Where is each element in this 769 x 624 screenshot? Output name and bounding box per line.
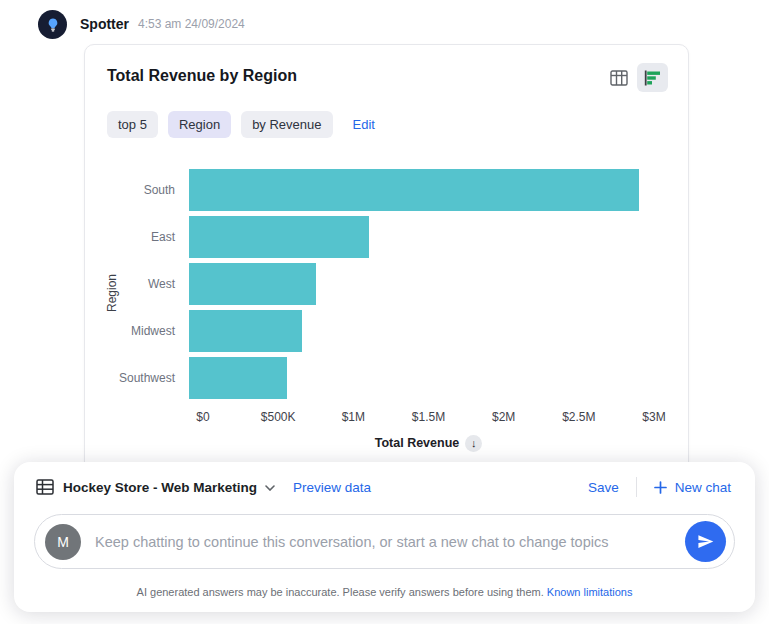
x-tick: $2M xyxy=(492,410,515,424)
bar-track xyxy=(189,169,654,211)
chart-row: Southwest xyxy=(107,354,654,401)
bar-track xyxy=(189,357,654,399)
x-axis-label: Total Revenue ↓ xyxy=(203,435,654,452)
app-name: Spotter xyxy=(80,16,129,32)
view-toggle xyxy=(603,63,668,92)
chart-row: East xyxy=(107,214,654,261)
x-tick: $0 xyxy=(196,410,209,424)
datasource-name[interactable]: Hockey Store - Web Marketing xyxy=(63,480,257,495)
sort-descending-icon[interactable]: ↓ xyxy=(465,435,482,452)
chip-by-revenue[interactable]: by Revenue xyxy=(241,111,332,138)
x-tick: $3M xyxy=(642,410,665,424)
toolbar-divider xyxy=(636,477,637,497)
user-avatar: M xyxy=(45,524,81,560)
spotter-page: Spotter 4:53 am 24/09/2024 Total Revenue… xyxy=(0,0,769,624)
bar-chart-icon xyxy=(644,70,662,86)
send-button[interactable] xyxy=(685,521,726,562)
category-label: Midwest xyxy=(107,324,189,338)
bar-west[interactable] xyxy=(189,263,316,305)
category-label: East xyxy=(107,230,189,244)
chat-input[interactable] xyxy=(95,534,685,550)
bar-midwest[interactable] xyxy=(189,310,302,352)
table-view-icon xyxy=(610,70,628,86)
answer-card: Total Revenue by Region xyxy=(84,44,689,476)
preview-data-link[interactable]: Preview data xyxy=(293,480,371,495)
bar-track xyxy=(189,310,654,352)
new-chat-button[interactable]: New chat xyxy=(654,480,731,495)
bar-track xyxy=(189,216,654,258)
bar-east[interactable] xyxy=(189,216,369,258)
chart-view-button[interactable] xyxy=(637,63,668,92)
message-timestamp: 4:53 am 24/09/2024 xyxy=(138,17,245,31)
chevron-down-icon[interactable] xyxy=(265,485,275,491)
edit-query-link[interactable]: Edit xyxy=(353,117,375,132)
known-limitations-link[interactable]: Known limitations xyxy=(547,586,633,598)
chip-region[interactable]: Region xyxy=(168,111,231,138)
lightbulb-icon xyxy=(45,17,61,33)
chart-row: Midwest xyxy=(107,307,654,354)
chat-panel: Hockey Store - Web Marketing Preview dat… xyxy=(14,462,755,612)
x-axis-title: Total Revenue xyxy=(375,436,460,450)
plus-icon xyxy=(654,481,667,494)
bar-chart: Region SouthEastWestMidwestSouthwest $0$… xyxy=(107,167,654,452)
spotter-avatar xyxy=(38,10,67,39)
chip-top-5[interactable]: top 5 xyxy=(107,111,158,138)
ai-disclaimer: AI generated answers may be inaccurate. … xyxy=(14,586,755,598)
chat-input-container: M xyxy=(34,514,735,569)
disclaimer-text: AI generated answers may be inaccurate. … xyxy=(137,586,544,598)
y-axis-label: Region xyxy=(105,274,119,312)
bar-southwest[interactable] xyxy=(189,357,287,399)
query-token-row: top 5Regionby Revenue Edit xyxy=(107,111,375,138)
card-title: Total Revenue by Region xyxy=(107,67,297,85)
bar-south[interactable] xyxy=(189,169,639,211)
x-tick: $2.5M xyxy=(562,410,595,424)
chart-rows: SouthEastWestMidwestSouthwest xyxy=(107,167,654,401)
datasource-table-icon xyxy=(36,479,54,495)
x-tick: $500K xyxy=(261,410,296,424)
table-view-button[interactable] xyxy=(603,63,634,92)
chips-list: top 5Regionby Revenue xyxy=(107,111,333,138)
category-label: Southwest xyxy=(107,371,189,385)
chart-row: West xyxy=(107,261,654,308)
save-button[interactable]: Save xyxy=(588,480,619,495)
category-label: South xyxy=(107,183,189,197)
new-chat-label: New chat xyxy=(675,480,731,495)
category-label: West xyxy=(107,277,189,291)
x-axis-ticks: $0$500K$1M$1.5M$2M$2.5M$3M xyxy=(203,410,654,425)
bar-track xyxy=(189,263,654,305)
chart-row: South xyxy=(107,167,654,214)
x-tick: $1M xyxy=(342,410,365,424)
x-tick: $1.5M xyxy=(412,410,445,424)
send-icon xyxy=(697,533,714,550)
panel-toolbar: Hockey Store - Web Marketing Preview dat… xyxy=(14,462,755,497)
